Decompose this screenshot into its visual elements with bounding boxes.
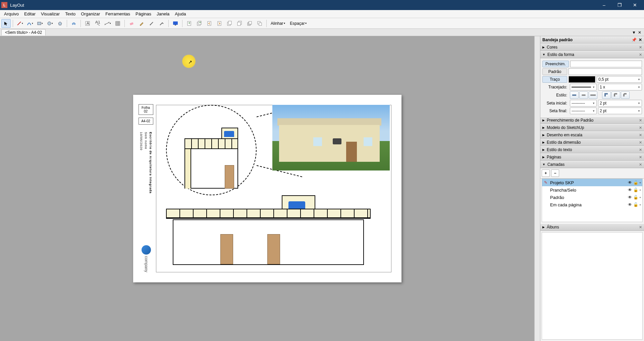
style-tool[interactable] — [137, 19, 146, 28]
panel-cores[interactable]: ▶Cores✕ — [540, 44, 644, 51]
panel-close-icon[interactable]: ✕ — [639, 162, 642, 167]
arrow-start-size[interactable]: 2 pt▼ — [598, 100, 642, 107]
panel-close-icon[interactable]: ✕ — [639, 118, 642, 123]
arrow-end-size[interactable]: 2 pt▼ — [598, 108, 642, 114]
panel-albuns[interactable]: ▶Álbuns✕ — [540, 223, 644, 231]
pattern-toggle[interactable]: Padrão — [542, 68, 567, 75]
polygon-tool[interactable] — [55, 19, 65, 28]
layer-name[interactable]: Padrão — [550, 195, 626, 200]
visibility-icon[interactable]: 👁 — [628, 202, 632, 207]
dimension-tool[interactable]: ▾ — [103, 19, 112, 28]
dash-scale-select[interactable]: 1 x▼ — [598, 84, 642, 90]
duplicate-page-tool[interactable]: + — [195, 19, 204, 28]
layer-name[interactable]: Em cada página — [550, 202, 626, 207]
fill-swatch[interactable] — [570, 61, 642, 67]
panel-camadas[interactable]: ▼Camadas✕ — [540, 161, 644, 168]
add-page-tool[interactable]: + — [184, 19, 194, 28]
menu-editar[interactable]: Editar — [21, 10, 38, 17]
layer-name[interactable]: Projeto SKP — [550, 180, 626, 185]
menu-janela[interactable]: Janela — [154, 10, 172, 17]
menu-visualizar[interactable]: Visualizar — [38, 10, 62, 17]
label-tool[interactable]: A1 — [93, 19, 102, 28]
lock-icon[interactable]: 🔓 — [633, 202, 638, 207]
layer-row[interactable]: ✎ Projeto SKP 👁🔓▫ — [542, 179, 642, 186]
panel-desenho-escala[interactable]: ▶Desenho em escala✕ — [540, 131, 644, 139]
lock-icon[interactable]: 🔓 — [633, 180, 638, 185]
panel-close-icon[interactable]: ✕ — [639, 45, 642, 50]
tray-pin-icon[interactable]: 📌 — [632, 38, 637, 42]
join-style-round[interactable] — [611, 91, 620, 99]
panel-estilo-texto[interactable]: ▶Estilo do texto✕ — [540, 146, 644, 153]
page-stack-tool[interactable] — [245, 19, 254, 28]
menu-paginas[interactable]: Páginas — [133, 10, 154, 17]
panel-preenchimento-padrao[interactable]: ▶Preenchimento de Padrão✕ — [540, 117, 644, 124]
dash-pattern-select[interactable]: ▼ — [570, 84, 597, 90]
panel-estilo-dimensao[interactable]: ▶Estilo da dimensão✕ — [540, 139, 644, 146]
visibility-icon[interactable]: 👁 — [628, 195, 632, 200]
share-icon[interactable]: ▫ — [640, 180, 641, 185]
layer-name[interactable]: Prancha/Selo — [550, 188, 626, 193]
panel-close-icon[interactable]: ✕ — [639, 140, 642, 145]
fill-toggle[interactable]: Preenchim. — [542, 61, 569, 67]
share-icon[interactable]: ▫ — [640, 202, 641, 207]
next-page-tool[interactable] — [215, 19, 224, 28]
tray-close-icon[interactable]: ✕ — [639, 38, 642, 42]
eraser-tool[interactable] — [127, 19, 136, 28]
layer-row[interactable]: Em cada página 👁🔓▫ — [542, 201, 642, 208]
panel-close-icon[interactable]: ✕ — [639, 155, 642, 159]
panel-modelo-sketchup[interactable]: ▶Modelo do SketchUp✕ — [540, 124, 644, 131]
stroke-toggle[interactable]: Traço — [542, 76, 567, 83]
page-front-tool[interactable] — [235, 19, 244, 28]
presentation-tool[interactable] — [171, 19, 180, 28]
panel-close-icon[interactable]: ✕ — [639, 133, 642, 137]
tray-title[interactable]: Bandeja padrão 📌 ✕ — [540, 36, 644, 44]
layer-row[interactable]: Prancha/Selo 👁🔓▫ — [542, 186, 642, 194]
pattern-swatch[interactable] — [569, 68, 642, 75]
panel-close-icon[interactable]: ✕ — [639, 148, 642, 152]
canvas[interactable]: Folha 02 A4-02 10/05/2020 Sem nome Escri… — [0, 36, 534, 341]
layout-page[interactable]: Folha 02 A4-02 10/05/2020 Sem nome Escri… — [133, 95, 401, 282]
stroke-width-select[interactable]: 0,5 pt▼ — [597, 76, 642, 83]
space-dropdown[interactable]: Espaçar▾ — [288, 21, 309, 26]
panel-close-icon[interactable]: ✕ — [639, 53, 642, 57]
visibility-icon[interactable]: 👁 — [628, 188, 632, 192]
prev-page-tool[interactable] — [205, 19, 214, 28]
add-layer-button[interactable]: + — [542, 169, 550, 177]
menu-arquivo[interactable]: Arquivo — [1, 10, 21, 17]
menu-ajuda[interactable]: Ajuda — [172, 10, 189, 17]
line-tool[interactable]: ▾ — [15, 19, 24, 28]
stroke-color-swatch[interactable] — [569, 76, 595, 83]
rectangle-tool[interactable]: ▾ — [35, 19, 45, 28]
menu-organizar[interactable]: Organizar — [78, 10, 103, 17]
arc-tool[interactable]: ▾ — [25, 19, 35, 28]
canvas-vertical-scrollbar[interactable] — [534, 36, 540, 341]
share-icon[interactable]: ▫ — [640, 195, 641, 200]
cap-style-round[interactable] — [579, 91, 588, 99]
menu-texto[interactable]: Texto — [62, 10, 78, 17]
offset-tool[interactable] — [69, 19, 78, 28]
panel-close-icon[interactable]: ✕ — [639, 225, 642, 229]
tab-close-icon[interactable]: ✕ — [638, 30, 641, 35]
table-tool[interactable] — [113, 19, 122, 28]
maximize-button[interactable]: ❐ — [612, 0, 627, 10]
minimize-button[interactable]: – — [596, 0, 612, 10]
join-style-miter[interactable] — [602, 91, 611, 99]
cap-style-flat[interactable] — [570, 91, 579, 99]
document-tab[interactable]: <Sem título> - A4-02 — [1, 29, 46, 36]
page-group-tool[interactable] — [255, 19, 264, 28]
select-tool[interactable] — [1, 19, 11, 28]
circle-tool[interactable]: ▾ — [45, 19, 55, 28]
arrow-start-select[interactable]: ----------▼ — [570, 100, 597, 107]
remove-layer-button[interactable]: − — [551, 169, 559, 177]
lock-icon[interactable]: 🔓 — [633, 195, 638, 200]
join-tool[interactable] — [157, 19, 166, 28]
share-icon[interactable]: ▫ — [640, 188, 641, 192]
tab-dropdown-icon[interactable]: ▼ — [632, 30, 636, 35]
panel-paginas[interactable]: ▶Páginas✕ — [540, 153, 644, 161]
panel-close-icon[interactable]: ✕ — [639, 126, 642, 130]
page-back-tool[interactable] — [225, 19, 234, 28]
lock-icon[interactable]: 🔓 — [633, 188, 638, 192]
align-dropdown[interactable]: Alinhar▾ — [269, 21, 287, 26]
arrow-end-select[interactable]: ----------▼ — [570, 108, 597, 114]
close-button[interactable]: ✕ — [627, 0, 643, 10]
